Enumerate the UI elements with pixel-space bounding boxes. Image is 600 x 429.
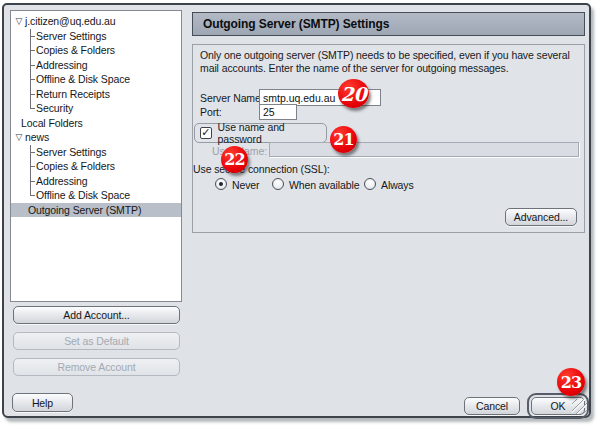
help-button[interactable]: Help — [12, 393, 73, 412]
tree-item-label: Offline & Disk Space — [36, 189, 130, 201]
tree-item-news-offline-disk-space[interactable]: Offline & Disk Space — [11, 188, 181, 203]
tree-item-label: Copies & Folders — [36, 44, 115, 56]
tree-item-label: Return Receipts — [36, 88, 110, 100]
annotation-badge-20: 20 — [338, 79, 369, 108]
account-settings-dialog: ▽ j.citizen@uq.edu.au Server Settings Co… — [2, 3, 591, 418]
ssl-always-radio[interactable] — [364, 178, 376, 190]
annotation-badge-23: 23 — [557, 368, 585, 396]
ssl-when-available-label: When available — [289, 178, 359, 192]
tree-item-news-copies-folders[interactable]: Copies & Folders — [11, 159, 181, 174]
tree-item-account[interactable]: ▽ j.citizen@uq.edu.au — [11, 14, 181, 29]
tree-item-label: Addressing — [36, 175, 88, 187]
user-name-input — [269, 142, 579, 157]
advanced-button[interactable]: Advanced... — [505, 208, 577, 226]
panel-title-text: Outgoing Server (SMTP) Settings — [203, 17, 389, 31]
port-input[interactable] — [259, 104, 297, 120]
tree-item-server-settings[interactable]: Server Settings — [11, 29, 181, 44]
use-name-password-group: ✓ Use name and password — [194, 123, 327, 143]
account-tree: ▽ j.citizen@uq.edu.au Server Settings Co… — [10, 10, 182, 302]
page: { "colors": { "dialog_bg": "#dfe2e7", "h… — [0, 0, 600, 429]
use-name-password-checkbox[interactable]: ✓ — [200, 127, 212, 139]
tree-item-label: Security — [36, 102, 73, 114]
tree-item-label: news — [25, 131, 49, 143]
tree-item-addressing[interactable]: Addressing — [11, 58, 181, 73]
tree-item-copies-folders[interactable]: Copies & Folders — [11, 43, 181, 58]
add-account-button[interactable]: Add Account... — [13, 306, 180, 324]
tree-item-label: Outgoing Server (SMTP) — [28, 204, 141, 216]
resize-grip-icon[interactable] — [572, 399, 587, 414]
cancel-button[interactable]: Cancel — [464, 397, 520, 415]
ssl-never-radio[interactable] — [215, 178, 227, 190]
disclosure-triangle-icon[interactable]: ▽ — [13, 130, 25, 145]
tree-item-return-receipts[interactable]: Return Receipts — [11, 87, 181, 102]
tree-item-news[interactable]: ▽ news — [11, 130, 181, 145]
tree-item-label: Server Settings — [36, 146, 106, 158]
tree-item-news-addressing[interactable]: Addressing — [11, 174, 181, 189]
remove-account-button: Remove Account — [13, 358, 180, 376]
set-as-default-button: Set as Default — [13, 332, 180, 350]
ssl-never-label: Never — [232, 178, 260, 192]
tree-item-label: j.citizen@uq.edu.au — [25, 15, 115, 27]
tree-item-label: Offline & Disk Space — [36, 73, 130, 85]
server-name-label: Server Name: — [200, 91, 264, 105]
tree-item-security[interactable]: Security — [11, 101, 181, 116]
port-label: Port: — [200, 105, 222, 119]
tree-item-label: Server Settings — [36, 30, 106, 42]
tree-item-label: Local Folders — [21, 117, 83, 129]
disclosure-triangle-icon[interactable]: ▽ — [13, 14, 25, 29]
description-text: Only one outgoing server (SMTP) needs to… — [200, 49, 584, 75]
tree-item-label: Copies & Folders — [36, 160, 115, 172]
annotation-badge-22: 22 — [221, 146, 248, 173]
tree-item-local-folders[interactable]: Local Folders — [11, 116, 181, 131]
ssl-when-available-radio[interactable] — [272, 178, 284, 190]
annotation-badge-21: 21 — [330, 126, 357, 153]
ssl-label: Use secure connection (SSL): — [193, 162, 330, 176]
tree-item-outgoing-server-smtp[interactable]: Outgoing Server (SMTP) — [11, 203, 181, 218]
panel-title: Outgoing Server (SMTP) Settings — [192, 12, 585, 36]
ssl-always-label: Always — [381, 178, 414, 192]
tree-item-offline-disk-space[interactable]: Offline & Disk Space — [11, 72, 181, 87]
tree-item-news-server-settings[interactable]: Server Settings — [11, 145, 181, 160]
tree-item-label: Addressing — [36, 59, 88, 71]
